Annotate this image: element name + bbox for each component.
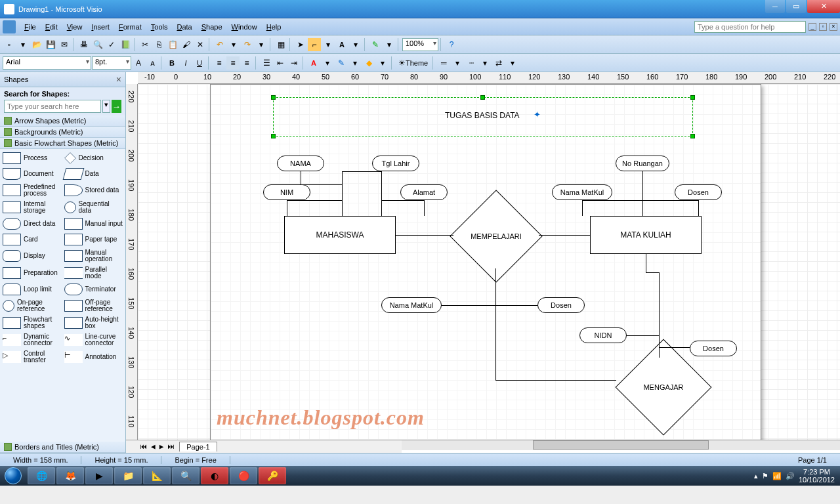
new-button[interactable]: ▫ xyxy=(3,38,16,51)
stencil-arrows[interactable]: Arrow Shapes (Metric) xyxy=(0,116,125,127)
tray-expand-icon[interactable]: ▴ xyxy=(754,472,758,480)
taskbar-explorer[interactable]: 📁 xyxy=(114,467,142,484)
attr-dosen2[interactable]: Dosen xyxy=(537,297,585,313)
tray-flag-icon[interactable]: ⚑ xyxy=(762,472,768,480)
tab-first-button[interactable]: ⏮ xyxy=(138,442,149,451)
attr-namakul2[interactable]: Nama MatKul xyxy=(381,297,442,313)
drawing-canvas[interactable]: TUGAS BASIS DATA ✦ NAMA Tgl Lahir NIM Al… xyxy=(138,84,840,440)
shape-flowchart[interactable]: Flowchart shapes xyxy=(1,315,63,331)
shapes-search-input[interactable] xyxy=(4,100,101,113)
stencil-flowchart[interactable]: Basic Flowchart Shapes (Metric) xyxy=(0,138,125,149)
search-go-button[interactable]: → xyxy=(112,100,121,113)
decrease-indent-button[interactable]: ⇤ xyxy=(274,56,287,70)
menu-file[interactable]: File xyxy=(20,21,41,33)
format-painter-button[interactable]: 🖌 xyxy=(180,38,193,51)
menu-format[interactable]: Format xyxy=(114,21,146,33)
redo-button[interactable]: ↷ xyxy=(241,38,254,51)
cut-button[interactable]: ✂ xyxy=(138,38,152,51)
align-left-button[interactable]: ≡ xyxy=(213,56,226,70)
horizontal-scrollbar[interactable] xyxy=(402,440,840,450)
attr-tgllahir[interactable]: Tgl Lahir xyxy=(372,156,419,171)
line-weight-dropdown[interactable]: ▾ xyxy=(451,56,464,70)
shape-control[interactable]: ▷Control transfer xyxy=(1,349,63,365)
taskbar-access[interactable]: 🔑 xyxy=(259,467,286,484)
shapes-window-button[interactable]: ▦ xyxy=(274,38,287,51)
mdi-minimize-button[interactable]: _ xyxy=(808,23,816,31)
line-ends-dropdown[interactable]: ▾ xyxy=(506,56,519,70)
menu-tools[interactable]: Tools xyxy=(146,21,173,33)
undo-dropdown[interactable]: ▾ xyxy=(227,38,240,51)
shape-terminator[interactable]: Terminator xyxy=(63,282,125,297)
shape-lineconnector[interactable]: ∿Line-curve connector xyxy=(63,332,125,348)
undo-button[interactable]: ↶ xyxy=(213,38,226,51)
shape-direct[interactable]: Direct data xyxy=(1,217,63,231)
help-button[interactable]: ? xyxy=(445,38,458,51)
shape-parallel[interactable]: Parallel mode xyxy=(63,265,125,281)
italic-button[interactable]: I xyxy=(179,56,192,70)
attr-nim[interactable]: NIM xyxy=(263,184,310,200)
search-dropdown-button[interactable]: ▾ xyxy=(102,100,110,113)
line-ends-button[interactable]: ⇄ xyxy=(492,56,505,70)
align-center-button[interactable]: ≡ xyxy=(226,56,240,70)
attr-nidn[interactable]: NIDN xyxy=(579,327,627,343)
close-button[interactable]: ✕ xyxy=(807,0,840,13)
shape-predefined[interactable]: Predefined process xyxy=(1,182,63,198)
taskbar-ie[interactable]: 🌐 xyxy=(28,467,55,484)
taskbar-mediaplayer[interactable]: ▶ xyxy=(85,467,113,484)
line-pattern-dropdown[interactable]: ▾ xyxy=(478,56,492,70)
connector-button[interactable]: ⌐ xyxy=(308,38,321,51)
ink-dropdown[interactable]: ▾ xyxy=(383,38,396,51)
zoom-combo[interactable]: 100% xyxy=(402,38,438,51)
tab-prev-button[interactable]: ◀ xyxy=(149,442,158,451)
stencil-borders[interactable]: Borders and Titles (Metric) xyxy=(0,442,125,453)
align-right-button[interactable]: ≡ xyxy=(240,56,253,70)
attr-namakul1[interactable]: Nama MatKul xyxy=(552,184,612,200)
attr-dosen1[interactable]: Dosen xyxy=(675,184,722,200)
shape-manual-input[interactable]: Manual input xyxy=(63,217,125,231)
rel-mempelajari[interactable]: MEMPELAJARI xyxy=(447,207,545,266)
shape-loop[interactable]: Loop limit xyxy=(1,282,63,297)
drawing-page[interactable]: TUGAS BASIS DATA ✦ NAMA Tgl Lahir NIM Al… xyxy=(210,84,761,440)
shape-data[interactable]: Data xyxy=(63,167,125,181)
shapes-close-icon[interactable]: × xyxy=(116,74,121,85)
tab-next-button[interactable]: ▶ xyxy=(158,442,166,451)
underline-button[interactable]: U xyxy=(193,56,206,70)
print-button[interactable]: 🖶 xyxy=(77,38,91,51)
theme-button[interactable]: ☀Theme xyxy=(396,56,430,70)
menu-insert[interactable]: Insert xyxy=(87,21,114,33)
tray-clock[interactable]: 7:23 PM 10/10/2012 xyxy=(799,468,835,484)
menu-window[interactable]: Window xyxy=(227,21,262,33)
fill-color-dropdown[interactable]: ▾ xyxy=(376,56,389,70)
shape-process[interactable]: Process xyxy=(1,151,63,165)
entity-mahasiswa[interactable]: MAHASISWA xyxy=(284,216,396,254)
font-color-button[interactable]: A xyxy=(307,56,320,70)
menu-help[interactable]: Help xyxy=(262,21,286,33)
attr-noruang[interactable]: No Ruangan xyxy=(616,156,669,171)
redo-dropdown[interactable]: ▾ xyxy=(255,38,268,51)
line-color-dropdown[interactable]: ▾ xyxy=(348,56,362,70)
increase-font-button[interactable]: A xyxy=(132,56,145,70)
email-button[interactable]: ✉ xyxy=(58,38,71,51)
menu-data[interactable]: Data xyxy=(172,21,196,33)
attr-dosen3[interactable]: Dosen xyxy=(690,341,737,356)
start-button[interactable] xyxy=(0,466,26,486)
mdi-restore-button[interactable]: ▫ xyxy=(819,23,827,31)
font-combo[interactable]: Arial xyxy=(3,56,91,70)
shape-dynconnector[interactable]: ⌐Dynamic connector xyxy=(1,332,63,348)
text-dropdown[interactable]: ▾ xyxy=(349,38,362,51)
taskbar-visio[interactable]: 📐 xyxy=(143,467,171,484)
entity-matakuliah[interactable]: MATA KULIAH xyxy=(590,216,702,254)
tray-network-icon[interactable]: 📶 xyxy=(772,472,782,480)
shape-display[interactable]: Display xyxy=(1,248,63,264)
connector-dropdown[interactable]: ▾ xyxy=(322,38,335,51)
minimize-button[interactable]: ─ xyxy=(765,0,785,13)
visio-icon[interactable] xyxy=(3,20,16,33)
tab-last-button[interactable]: ⏭ xyxy=(165,442,177,451)
new-dropdown[interactable]: ▾ xyxy=(16,38,30,51)
ink-button[interactable]: ✎ xyxy=(369,38,382,51)
rel-mengajar[interactable]: MENGAJAR xyxy=(611,358,716,417)
paste-button[interactable]: 📋 xyxy=(166,38,179,51)
attr-alamat[interactable]: Alamat xyxy=(400,184,448,200)
attr-nama[interactable]: NAMA xyxy=(277,156,324,171)
copy-button[interactable]: ⎘ xyxy=(152,38,165,51)
